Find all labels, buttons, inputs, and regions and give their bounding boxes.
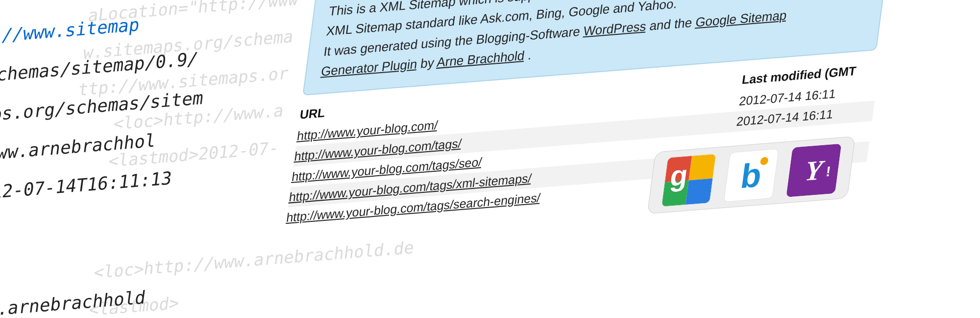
wordpress-link[interactable]: WordPress <box>583 19 647 38</box>
yahoo-icon: Y ! <box>786 143 841 197</box>
info-text: . <box>527 47 533 62</box>
google-sitemap-link[interactable]: Google Sitemap <box>695 7 788 29</box>
google-icon: g <box>661 153 716 207</box>
bing-icon: b <box>724 148 779 202</box>
generator-plugin-link[interactable]: Generator Plugin <box>320 56 418 79</box>
info-text: by <box>420 55 438 71</box>
info-text: and the <box>649 15 697 33</box>
author-link[interactable]: Arne Brachhold <box>436 48 526 70</box>
